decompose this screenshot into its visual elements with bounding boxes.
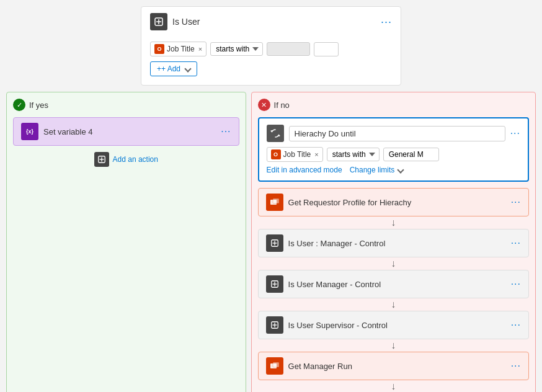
action-label-2: Is User : Manager - Control [288,239,506,248]
office-icon-1 [266,194,283,211]
hierarchy-field-tag: O Job Title × [267,147,323,162]
action-more-5[interactable]: ··· [511,360,521,372]
action-is-user-supervisor: Is User Supervisor - Control ··· [258,311,529,339]
hierarchy-more[interactable]: ··· [510,128,520,139]
card-header: Is User ··· [150,13,392,35]
split-area: ✓ If yes {x} Set variable 4 ··· [6,92,536,392]
hierarchy-card: ··· O Job Title × starts with equals [258,117,529,182]
variable-icon: {x} [21,123,38,140]
value-input[interactable] [267,42,310,56]
condition-icon-1 [266,234,283,252]
flow-connector-1: ↓ [258,216,529,229]
action-more-2[interactable]: ··· [511,238,521,249]
edit-advanced-link[interactable]: Edit in advanced mode [267,166,342,174]
no-badge: ✕ [258,99,270,111]
flow-connector-3: ↓ [258,298,529,311]
action-label-3: Is User Manager - Control [288,280,506,289]
flow-connector-2: ↓ [258,257,529,270]
action-more-3[interactable]: ··· [511,278,521,290]
change-limits-link[interactable]: Change limits [350,166,404,174]
flow-connector-4: ↓ [258,339,529,352]
if-yes-header: ✓ If yes [13,99,239,111]
set-variable-label: Set variable 4 [43,127,216,136]
action-more-1[interactable]: ··· [511,197,521,208]
hierarchy-links: Edit in advanced mode Change limits [267,166,520,174]
action-get-requestor: Get Requestor Profile for Hierachy ··· [258,188,529,216]
is-user-card: Is User ··· O Job Title × starts with eq… [141,6,401,86]
field-label: Job Title [167,45,195,53]
field-tag: O Job Title × [150,42,207,56]
hierarchy-title-input[interactable] [289,126,505,141]
hierarchy-condition-row: O Job Title × starts with equals [267,147,520,162]
add-action-icon [94,152,109,167]
office-icon: O [154,44,164,54]
value-input-2[interactable] [314,42,339,56]
add-icon: + [157,65,161,73]
set-variable-card: {x} Set variable 4 ··· [13,117,239,146]
card-title: Is User [172,17,376,27]
check-icon: ✓ [17,101,22,109]
if-no-title: If no [274,100,290,110]
operator-select[interactable]: starts with equals contains [210,42,263,56]
action-more-4[interactable]: ··· [511,319,521,331]
condition-icon-2 [266,275,283,293]
flow-connector-5: ↓ [258,380,529,392]
hierarchy-header: ··· [267,125,520,142]
hierarchy-value-input[interactable] [383,148,439,161]
set-variable-more[interactable]: ··· [221,126,231,137]
if-no-panel: ✕ If no ··· [251,92,536,392]
action-is-user-manager-2: Is User Manager - Control ··· [258,270,529,298]
if-yes-title: If yes [29,100,48,110]
main-container: Is User ··· O Job Title × starts with eq… [0,0,542,392]
hierarchy-operator-select[interactable]: starts with equals [327,148,380,161]
if-yes-panel: ✓ If yes {x} Set variable 4 ··· [6,92,246,392]
hierarchy-field-label: Job Title [283,150,311,159]
flow-actions: Get Requestor Profile for Hierachy ··· ↓… [258,188,529,392]
action-label-4: Is User Supervisor - Control [288,321,506,330]
action-get-manager: Get Manager Run ··· [258,352,529,380]
if-no-header: ✕ If no [258,99,529,111]
hierarchy-tag-close[interactable]: × [314,151,318,158]
office-icon-2 [266,357,283,375]
svg-rect-7 [273,198,279,203]
add-chevron-icon [184,65,191,72]
tag-close-btn[interactable]: × [198,45,202,53]
condition-icon-3 [266,316,283,334]
close-icon: ✕ [261,101,267,109]
loop-icon [267,125,284,142]
action-label-1: Get Requestor Profile for Hierachy [288,198,506,207]
action-label-5: Get Manager Run [288,362,506,371]
condition-icon [150,13,167,30]
action-is-user-manager: Is User : Manager - Control ··· [258,229,529,257]
add-action-label: Add an action [113,155,158,164]
card-more-btn[interactable]: ··· [381,16,392,29]
yes-badge: ✓ [13,99,25,111]
svg-rect-18 [273,362,279,367]
condition-row: O Job Title × starts with equals contain… [150,42,392,56]
add-button[interactable]: + + Add [150,61,197,76]
add-action-link[interactable]: Add an action [13,152,239,167]
add-label: + Add [161,65,180,73]
hierarchy-office-icon: O [271,149,281,159]
change-limits-chevron [398,166,404,173]
